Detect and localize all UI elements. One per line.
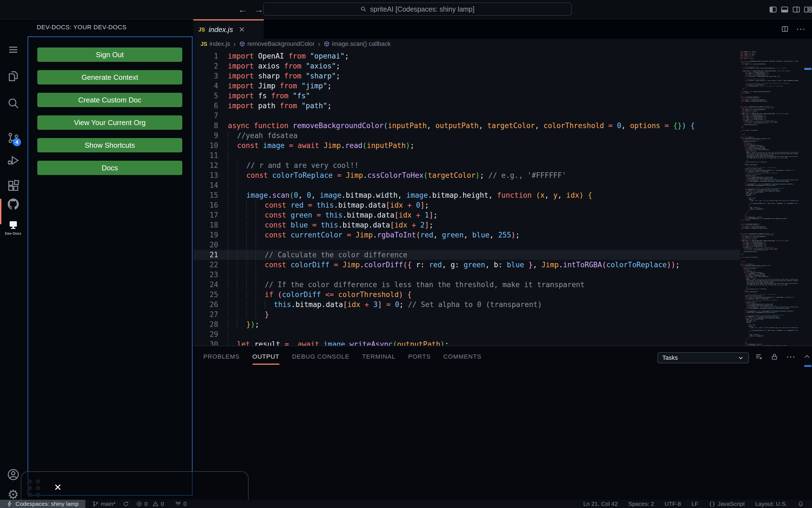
indentation[interactable]: Spaces: 2 bbox=[628, 501, 654, 507]
breadcrumb-symbol-function[interactable]: removeBackgroundColor bbox=[239, 40, 315, 47]
dev-docs-label: Dev-Docs bbox=[5, 231, 21, 236]
search-icon bbox=[360, 6, 367, 12]
dev-docs-webview: Sign Out Generate Context Create Custom … bbox=[28, 36, 193, 496]
code-lines[interactable]: 1import OpenAI from "openai";2import axi… bbox=[193, 49, 740, 346]
branch-status[interactable]: main* bbox=[92, 501, 116, 507]
javascript-file-icon: JS bbox=[201, 41, 207, 47]
view-current-org-button[interactable]: View Your Current Org bbox=[37, 115, 182, 130]
toggle-panel-icon[interactable] bbox=[780, 5, 789, 13]
create-custom-doc-button[interactable]: Create Custom Doc bbox=[37, 93, 182, 107]
tab-debug-console[interactable]: DEBUG CONSOLE bbox=[292, 353, 350, 360]
activity-bar: 4 Dev-Docs ⚙ bbox=[0, 19, 26, 500]
sidebar-item-dev-docs[interactable]: Dev-Docs bbox=[0, 220, 26, 236]
editor-more-actions-icon[interactable]: ⋯ bbox=[796, 26, 805, 32]
bottom-panel: PROBLEMS OUTPUT DEBUG CONSOLE TERMINAL P… bbox=[193, 346, 812, 500]
sidebar: DEV-DOCS: YOUR DEV-DOCS Sign Out Generat… bbox=[26, 19, 193, 500]
show-shortcuts-button[interactable]: Show Shortcuts bbox=[37, 138, 182, 153]
status-bar: Codespaces: shiny lamp main* 0 0 0 Ln 21… bbox=[0, 500, 812, 508]
javascript-file-icon: JS bbox=[198, 27, 205, 33]
maximize-panel-icon[interactable] bbox=[803, 353, 811, 361]
git-branch-icon bbox=[92, 501, 98, 507]
toggle-secondary-sidebar-icon[interactable] bbox=[792, 5, 800, 13]
warning-icon bbox=[153, 501, 159, 507]
problems-status[interactable]: 0 0 bbox=[136, 501, 164, 507]
sync-icon bbox=[123, 501, 129, 507]
tab-comments[interactable]: COMMENTS bbox=[443, 353, 481, 360]
tab-close-icon[interactable]: ✕ bbox=[239, 26, 245, 34]
breadcrumb-symbol-callback[interactable]: image.scan() callback bbox=[324, 40, 391, 47]
tab-terminal[interactable]: TERMINAL bbox=[362, 353, 396, 360]
run-debug-icon[interactable] bbox=[0, 154, 26, 167]
extensions-icon[interactable] bbox=[0, 179, 26, 192]
language-mode[interactable]: {} JavaScript bbox=[709, 501, 744, 507]
sync-status[interactable] bbox=[123, 501, 129, 507]
vscode-window: ← → spriteAI [Codespaces: shiny lamp] bbox=[0, 0, 812, 508]
command-center-text: spriteAI [Codespaces: shiny lamp] bbox=[370, 5, 475, 13]
generate-context-button[interactable]: Generate Context bbox=[37, 70, 182, 84]
symbol-method-icon bbox=[239, 41, 245, 47]
cursor-position[interactable]: Ln 21, Col 42 bbox=[583, 501, 618, 507]
symbol-method-icon bbox=[324, 41, 330, 47]
customize-layout-icon[interactable] bbox=[804, 5, 812, 13]
braces-icon: {} bbox=[709, 501, 715, 507]
eol-sequence[interactable]: LF bbox=[692, 501, 698, 507]
error-icon bbox=[136, 501, 142, 507]
panel-more-actions-icon[interactable]: ⋯ bbox=[786, 354, 796, 359]
close-icon[interactable]: ✕ bbox=[54, 482, 62, 493]
chevron-down-icon bbox=[737, 354, 744, 361]
bell-icon[interactable] bbox=[798, 501, 804, 507]
title-bar: ← → spriteAI [Codespaces: shiny lamp] bbox=[0, 0, 812, 19]
sign-out-button[interactable]: Sign Out bbox=[37, 47, 182, 62]
tab-ports[interactable]: PORTS bbox=[408, 353, 431, 360]
tab-problems[interactable]: PROBLEMS bbox=[203, 353, 240, 360]
clear-output-icon[interactable] bbox=[755, 353, 763, 361]
github-icon[interactable] bbox=[0, 198, 26, 211]
tab-label: index.js bbox=[208, 26, 233, 34]
broadcast-icon bbox=[175, 501, 181, 507]
sidebar-title: DEV-DOCS: YOUR DEV-DOCS bbox=[37, 24, 126, 31]
encoding[interactable]: UTF-8 bbox=[664, 501, 681, 507]
remote-icon bbox=[7, 501, 13, 507]
panel-scroll-decoration bbox=[804, 365, 811, 367]
breadcrumb: JS index.js › removeBackgroundColor › im… bbox=[193, 39, 812, 49]
explorer-icon[interactable] bbox=[0, 70, 26, 83]
minimap[interactable]: import OpenAI from "openai";import axios… bbox=[740, 49, 798, 346]
source-control-icon[interactable]: 4 bbox=[0, 131, 26, 144]
keyboard-layout[interactable]: Layout: U.S. bbox=[755, 501, 787, 507]
forward-icon[interactable]: → bbox=[254, 4, 263, 15]
overview-ruler-cursor-mark bbox=[804, 68, 811, 70]
split-editor-icon[interactable] bbox=[781, 25, 789, 33]
back-icon[interactable]: ← bbox=[238, 4, 247, 15]
remote-indicator[interactable]: Codespaces: shiny lamp bbox=[0, 500, 85, 508]
editor-tab-bar: JS index.js ✕ ⋯ bbox=[193, 19, 812, 39]
docs-button[interactable]: Docs bbox=[37, 161, 182, 175]
tab-output[interactable]: OUTPUT bbox=[252, 353, 280, 360]
search-sidebar-icon[interactable] bbox=[0, 97, 26, 110]
chevron-right-icon: › bbox=[317, 40, 321, 48]
lock-icon[interactable] bbox=[771, 353, 778, 361]
output-channel-select[interactable]: Tasks bbox=[657, 352, 749, 363]
tab-index-js[interactable]: JS index.js ✕ bbox=[193, 19, 264, 39]
toggle-sidebar-icon[interactable] bbox=[769, 5, 777, 13]
scm-badge: 4 bbox=[13, 138, 21, 146]
command-center[interactable]: spriteAI [Codespaces: shiny lamp] bbox=[263, 2, 572, 16]
ports-status[interactable]: 0 bbox=[175, 501, 187, 507]
chevron-right-icon: › bbox=[233, 40, 236, 48]
breadcrumb-file[interactable]: JS index.js bbox=[201, 40, 230, 47]
menu-icon[interactable] bbox=[0, 44, 26, 56]
